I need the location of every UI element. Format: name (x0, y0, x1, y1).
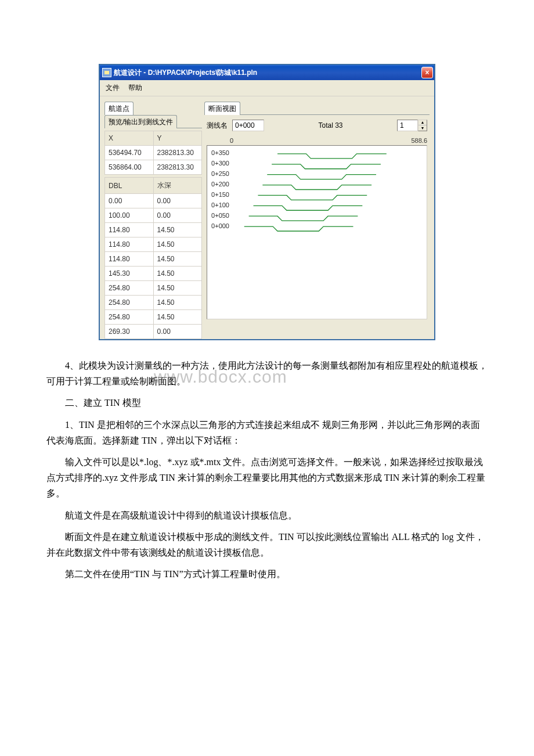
xy-header-row: X Y (105, 131, 202, 146)
table-row[interactable]: 145.3014.50 (105, 267, 202, 281)
spinner-up[interactable]: ▲ (418, 120, 427, 125)
para-4: 4、此模块为设计测量线的一种方法，使用此方法设计的每一条测量线都附加有相应里程处… (46, 358, 488, 389)
y-tick: 0+150 (207, 191, 232, 201)
dbl-header-a: DBL (105, 178, 154, 194)
y-tick: 0+300 (207, 160, 232, 170)
table-row[interactable]: 536494.70 2382813.30 (105, 146, 202, 160)
table-row[interactable]: 114.8014.50 (105, 223, 202, 237)
chart-plot (232, 146, 427, 319)
y-tick: 0+200 (207, 181, 232, 191)
app-window: 航道设计 - D:\HYPACK\Projects\防城\k11.pln × 文… (99, 64, 435, 340)
para-input-files: 输入文件可以是以*.log、*.xyz 或*.mtx 文件。点击浏览可选择文件。… (46, 454, 488, 502)
menubar: 文件 帮助 (100, 80, 434, 96)
left-panel: 航道点 预览/输出到测线文件 X Y 536494.70 2382813.30 … (104, 101, 202, 339)
table-row[interactable]: 114.8014.50 (105, 237, 202, 252)
table-row[interactable]: 100.000.00 (105, 208, 202, 223)
tab-preview-output[interactable]: 预览/输出到测线文件 (104, 115, 177, 128)
menu-help[interactable]: 帮助 (125, 82, 146, 94)
spinner-input[interactable] (397, 120, 418, 131)
para-2-1: 1、TIN 是把相邻的三个水深点以三角形的方式连接起来组成不 规则三角形网，并以… (46, 417, 488, 448)
tab-section-view[interactable]: 断面视图 (204, 102, 240, 115)
close-button[interactable]: × (421, 67, 433, 78)
scale-right: 588.6 (411, 137, 427, 144)
document-text: 4、此模块为设计测量线的一种方法，使用此方法设计的每一条测量线都附加有相应里程处… (46, 358, 488, 582)
table-row[interactable]: 536864.00 2382813.30 (105, 160, 202, 175)
dbl-header-b: 水深 (153, 178, 202, 194)
para-channel-file: 航道文件是在高级航道设计中得到的航道设计摸板信息。 (46, 507, 488, 523)
cell-x[interactable]: 536864.00 (105, 160, 154, 175)
scale-left: 0 (230, 137, 233, 144)
y-tick: 0+250 (207, 170, 232, 181)
total-label: Total 33 (318, 121, 342, 129)
table-row[interactable]: 114.8014.50 (105, 252, 202, 267)
xy-header-x: X (105, 131, 154, 146)
y-tick: 0+100 (207, 201, 232, 212)
table-row[interactable]: 254.8014.50 (105, 310, 202, 325)
line-index-spinner[interactable]: ▲ ▼ (397, 120, 427, 131)
cell-x[interactable]: 536494.70 (105, 146, 154, 160)
window-title: 航道设计 - D:\HYPACK\Projects\防城\k11.pln (114, 68, 421, 78)
tab-waypoints[interactable]: 航道点 (104, 102, 134, 115)
y-tick: 0+350 (207, 149, 232, 160)
para-section-2: 二、建立 TIN 模型 (46, 395, 488, 411)
app-icon (102, 68, 111, 77)
table-row[interactable]: 0.000.00 (105, 194, 202, 208)
menu-file[interactable]: 文件 (102, 82, 123, 94)
chart-scale-row: 0 588.6 (204, 137, 430, 144)
xy-table: X Y 536494.70 2382813.30 536864.00 23828… (104, 131, 202, 175)
cell-y[interactable]: 2382813.30 (153, 146, 202, 160)
chart-y-axis: 0+350 0+300 0+250 0+200 0+150 0+100 0+05… (207, 146, 232, 319)
line-name-input[interactable] (232, 120, 264, 131)
y-tick: 0+000 (207, 222, 232, 233)
section-chart: 0+350 0+300 0+250 0+200 0+150 0+100 0+05… (207, 145, 427, 319)
titlebar: 航道设计 - D:\HYPACK\Projects\防城\k11.pln × (100, 65, 434, 80)
table-row[interactable]: 254.8014.50 (105, 281, 202, 296)
para-section-file: 断面文件是在建立航道设计模板中形成的测线文件。TIN 可以按此测线位置输出 AL… (46, 529, 488, 560)
y-tick: 0+050 (207, 212, 232, 222)
xy-header-y: Y (153, 131, 202, 146)
chart-svg (232, 146, 427, 319)
cell-y[interactable]: 2382813.30 (153, 160, 202, 175)
table-row[interactable]: 269.300.00 (105, 325, 202, 339)
table-row[interactable]: 254.8014.50 (105, 296, 202, 310)
left-tab-row: 航道点 预览/输出到测线文件 (104, 101, 202, 128)
right-tab-row: 断面视图 (204, 101, 430, 115)
dbl-table: DBL 水深 0.000.00 100.000.00 114.8014.50 1… (104, 177, 202, 339)
section-controls: 测线名 Total 33 ▲ ▼ (204, 117, 430, 137)
dbl-header-row: DBL 水深 (105, 178, 202, 194)
right-panel: 断面视图 测线名 Total 33 ▲ ▼ 0 588.6 (204, 101, 430, 319)
spinner-down[interactable]: ▼ (418, 125, 427, 131)
para-second-file: 第二文件在使用“TIN 与 TIN”方式计算工程量时使用。 (46, 566, 488, 582)
line-name-label: 测线名 (207, 121, 228, 131)
content-area: 航道点 预览/输出到测线文件 X Y 536494.70 2382813.30 … (100, 96, 434, 339)
